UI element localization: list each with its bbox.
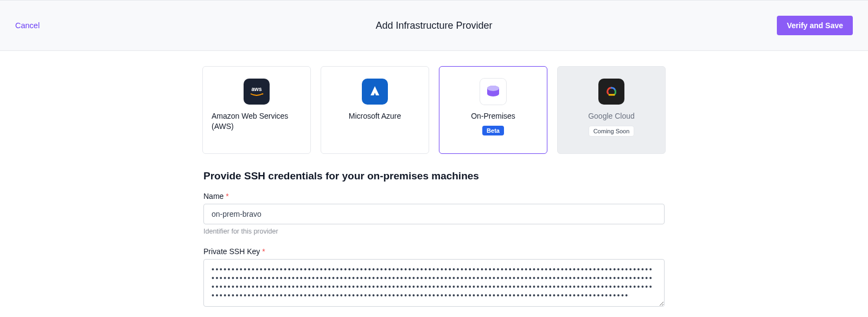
page-header: Cancel Add Infrastructure Provider Verif… bbox=[0, 0, 868, 51]
provider-label: Amazon Web Services (AWS) bbox=[212, 111, 302, 132]
provider-card-aws[interactable]: aws Amazon Web Services (AWS) bbox=[202, 66, 311, 154]
azure-icon bbox=[362, 79, 388, 105]
ssh-key-input[interactable] bbox=[203, 259, 665, 307]
provider-card-azure[interactable]: Microsoft Azure bbox=[321, 66, 429, 154]
ssh-key-label: Private SSH Key * bbox=[203, 247, 665, 256]
provider-label: Google Cloud bbox=[588, 111, 635, 121]
section-heading: Provide SSH credentials for your on-prem… bbox=[203, 170, 665, 182]
beta-badge: Beta bbox=[482, 126, 504, 135]
ssh-key-field: Private SSH Key * bbox=[203, 247, 665, 309]
page-title: Add Infrastructure Provider bbox=[375, 20, 492, 31]
svg-text:aws: aws bbox=[252, 86, 262, 92]
name-input[interactable] bbox=[203, 204, 665, 224]
verify-and-save-button[interactable]: Verify and Save bbox=[777, 16, 853, 35]
provider-label: On-Premises bbox=[471, 111, 515, 121]
name-label: Name * bbox=[203, 192, 665, 200]
svg-point-2 bbox=[487, 86, 499, 91]
onprem-icon bbox=[480, 79, 506, 105]
credentials-form: Provide SSH credentials for your on-prem… bbox=[203, 170, 665, 317]
coming-soon-badge: Coming Soon bbox=[589, 126, 635, 137]
provider-label: Microsoft Azure bbox=[349, 111, 401, 121]
name-field: Name * Identifier for this provider bbox=[203, 192, 665, 235]
provider-card-gcp: Google Cloud Coming Soon bbox=[557, 66, 666, 154]
main-content: aws Amazon Web Services (AWS) Microsoft … bbox=[0, 51, 868, 317]
aws-icon: aws bbox=[244, 79, 270, 105]
cancel-button[interactable]: Cancel bbox=[15, 21, 40, 30]
provider-cards: aws Amazon Web Services (AWS) Microsoft … bbox=[202, 66, 666, 154]
gcp-icon bbox=[598, 79, 624, 105]
provider-card-onprem[interactable]: On-Premises Beta bbox=[439, 66, 547, 154]
name-help: Identifier for this provider bbox=[203, 228, 665, 235]
